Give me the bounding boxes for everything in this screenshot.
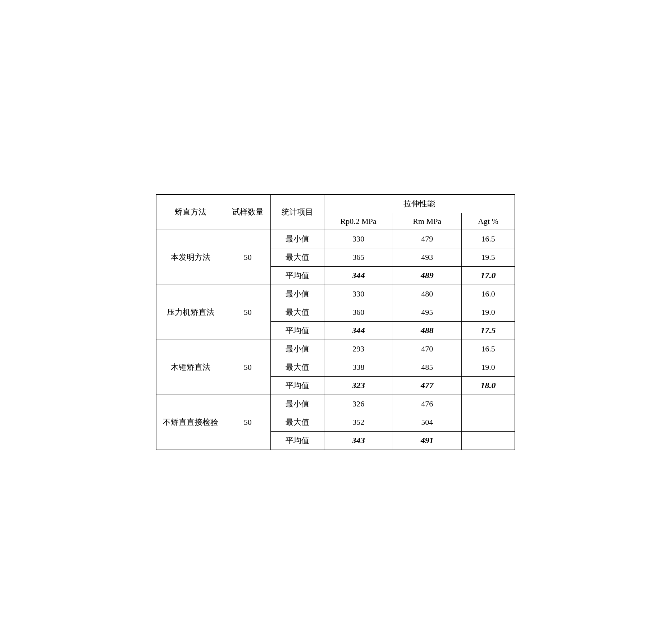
table-row: 木锤矫直法50最小值29347016.5 <box>156 340 515 358</box>
agt-cell <box>461 431 515 450</box>
stat-cell: 最小值 <box>270 340 324 358</box>
stat-cell: 平均值 <box>270 321 324 340</box>
stat-cell: 平均值 <box>270 266 324 285</box>
rp-cell: 360 <box>324 303 393 321</box>
agt-cell: 17.5 <box>461 321 515 340</box>
rp-cell: 326 <box>324 395 393 413</box>
rp-cell: 344 <box>324 266 393 285</box>
method-cell: 木锤矫直法 <box>156 340 225 395</box>
rm-cell: 480 <box>393 285 461 303</box>
table-row: 压力机矫直法50最小值33048016.0 <box>156 285 515 303</box>
rp-cell: 330 <box>324 230 393 248</box>
rm-cell: 476 <box>393 395 461 413</box>
rp-cell: 365 <box>324 248 393 266</box>
stat-cell: 最小值 <box>270 395 324 413</box>
rp-cell: 343 <box>324 431 393 450</box>
rp-cell: 352 <box>324 413 393 431</box>
rm-cell: 477 <box>393 376 461 395</box>
agt-cell: 18.0 <box>461 376 515 395</box>
agt-cell: 16.0 <box>461 285 515 303</box>
rm-cell: 504 <box>393 413 461 431</box>
rp-cell: 293 <box>324 340 393 358</box>
method-cell: 不矫直直接检验 <box>156 395 225 450</box>
agt-cell: 16.5 <box>461 230 515 248</box>
method-cell: 压力机矫直法 <box>156 285 225 340</box>
header-rm: Rm MPa <box>393 213 461 230</box>
rm-cell: 491 <box>393 431 461 450</box>
table-row: 本发明方法50最小值33047916.5 <box>156 230 515 248</box>
header-samples: 试样数量 <box>225 194 270 230</box>
table-container: 矫直方法 试样数量 统计项目 拉伸性能 Rp0.2 MPa Rm MPa Agt… <box>156 194 515 450</box>
stat-cell: 最大值 <box>270 358 324 376</box>
stat-cell: 最大值 <box>270 248 324 266</box>
stat-cell: 最大值 <box>270 413 324 431</box>
rm-cell: 495 <box>393 303 461 321</box>
header-agt: Agt % <box>461 213 515 230</box>
rp-cell: 344 <box>324 321 393 340</box>
agt-cell: 16.5 <box>461 340 515 358</box>
agt-cell: 19.0 <box>461 303 515 321</box>
agt-cell: 19.0 <box>461 358 515 376</box>
rp-cell: 338 <box>324 358 393 376</box>
stat-cell: 最小值 <box>270 285 324 303</box>
header-rp: Rp0.2 MPa <box>324 213 393 230</box>
rm-cell: 488 <box>393 321 461 340</box>
stat-cell: 最小值 <box>270 230 324 248</box>
samples-cell: 50 <box>225 285 270 340</box>
stat-cell: 平均值 <box>270 376 324 395</box>
samples-cell: 50 <box>225 230 270 285</box>
data-table: 矫直方法 试样数量 统计项目 拉伸性能 Rp0.2 MPa Rm MPa Agt… <box>156 194 515 450</box>
rp-cell: 330 <box>324 285 393 303</box>
header-method: 矫直方法 <box>156 194 225 230</box>
rm-cell: 479 <box>393 230 461 248</box>
method-cell: 本发明方法 <box>156 230 225 285</box>
rm-cell: 489 <box>393 266 461 285</box>
rm-cell: 493 <box>393 248 461 266</box>
rm-cell: 470 <box>393 340 461 358</box>
stat-cell: 最大值 <box>270 303 324 321</box>
header-tensile: 拉伸性能 <box>324 194 515 213</box>
samples-cell: 50 <box>225 340 270 395</box>
agt-cell: 17.0 <box>461 266 515 285</box>
rp-cell: 323 <box>324 376 393 395</box>
samples-cell: 50 <box>225 395 270 450</box>
header-stat: 统计项目 <box>270 194 324 230</box>
table-row: 不矫直直接检验50最小值326476 <box>156 395 515 413</box>
agt-cell: 19.5 <box>461 248 515 266</box>
agt-cell <box>461 413 515 431</box>
rm-cell: 485 <box>393 358 461 376</box>
agt-cell <box>461 395 515 413</box>
stat-cell: 平均值 <box>270 431 324 450</box>
